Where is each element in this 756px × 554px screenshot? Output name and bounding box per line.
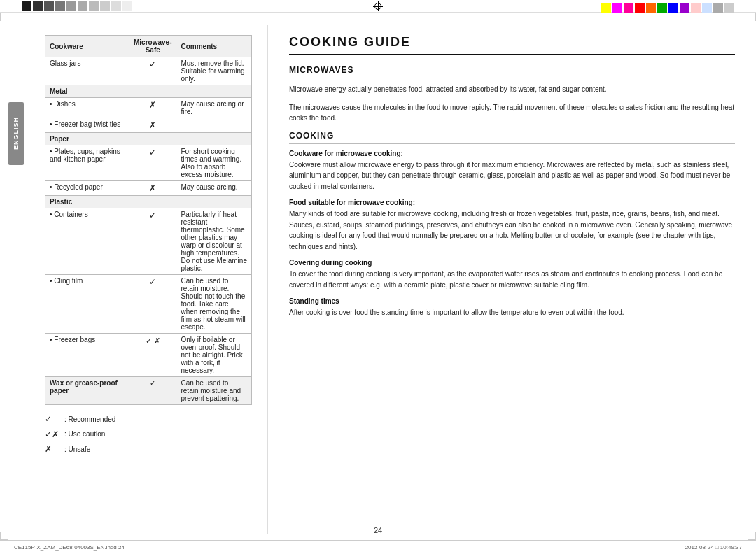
table-row: Metal xyxy=(46,85,252,98)
main-content: ENGLISH Cookware Microwave-Safe Comments… xyxy=(0,25,756,534)
color-swatch xyxy=(78,1,88,11)
comment-cell: Can be used to retain moisture. Should n… xyxy=(176,275,252,334)
safe-cell: ✓ xyxy=(130,145,176,181)
center-crosshair xyxy=(373,1,383,11)
table-row: • Containers✓Particularly if heat-resist… xyxy=(46,208,252,275)
table-row: • Recycled paper✗May cause arcing. xyxy=(46,181,252,196)
col-header-safe: Microwave-Safe xyxy=(130,36,176,57)
left-panel: Cookware Microwave-Safe Comments Glass j… xyxy=(36,25,260,534)
color-swatch xyxy=(601,3,611,13)
section-paragraph: Microwave energy actually penetrates foo… xyxy=(289,84,735,95)
section-title: COOKING xyxy=(289,131,735,141)
table-row: • Freezer bag twist ties✗ xyxy=(46,118,252,133)
color-swatch xyxy=(624,3,634,13)
section-title: MICROWAVES xyxy=(289,65,735,75)
table-row: Paper xyxy=(46,133,252,145)
subsection-title: Food suitable for microwave cooking: xyxy=(289,199,735,206)
safe-cell: ✗ xyxy=(130,118,176,133)
safe-cell: ✓ ✗ xyxy=(130,334,176,377)
safe-cell: ✓ xyxy=(130,57,176,85)
color-swatch xyxy=(100,1,110,11)
section-paragraph: The microwaves cause the molecules in th… xyxy=(289,102,735,124)
subsection-text: To cover the food during cooking is very… xyxy=(289,269,735,290)
safe-cell: ✗ xyxy=(130,181,176,196)
footer-right: 2012-08-24 □ 10:49:37 xyxy=(685,544,742,551)
footer-left: CE115P-X_ZAM_DE68-04003S_EN.indd 24 xyxy=(14,544,125,551)
color-swatch xyxy=(635,3,645,13)
table-row: Glass jars✓Must remove the lid. Suitable… xyxy=(46,57,252,85)
safe-cell: ✓ xyxy=(130,377,176,405)
guide-title: COOKING GUIDE xyxy=(289,35,735,50)
legend-text: : Recommended xyxy=(64,413,115,426)
comment-cell xyxy=(176,118,252,133)
legend-text: : Unsafe xyxy=(64,443,90,456)
table-row: • Cling film✓Can be used to retain moist… xyxy=(46,275,252,334)
comment-cell: Particularly if heat-resistant thermopla… xyxy=(176,208,252,275)
category-header: Metal xyxy=(46,85,252,98)
color-swatch xyxy=(111,1,121,11)
corner-mark-tl xyxy=(0,13,8,21)
comment-cell: For short cooking times and warming. Als… xyxy=(176,145,252,181)
cookware-cell: • Plates, cups, napkins and kitchen pape… xyxy=(46,145,130,181)
cookware-cell: • Containers xyxy=(46,208,130,275)
comment-cell: May cause arcing. xyxy=(176,181,252,196)
subsection-text: After cooking is over food the standing … xyxy=(289,307,735,318)
comment-cell: Only if boilable or oven-proof. Should n… xyxy=(176,334,252,377)
legend: ✓: Recommended✓✗: Use caution✗: Unsafe xyxy=(45,412,252,457)
section-line xyxy=(289,143,735,144)
cookware-cell: • Freezer bags xyxy=(46,334,130,377)
col-header-cookware: Cookware xyxy=(46,36,130,57)
color-swatch xyxy=(89,1,99,11)
top-bar xyxy=(0,0,756,13)
safe-cell: ✗ xyxy=(130,98,176,118)
cookware-table: Cookware Microwave-Safe Comments Glass j… xyxy=(45,35,252,405)
color-swatch xyxy=(702,3,712,13)
table-row: • Plates, cups, napkins and kitchen pape… xyxy=(46,145,252,181)
color-swatch xyxy=(134,1,144,11)
corner-mark-tr xyxy=(748,13,756,21)
subsection-text: Cookware must allow microwave energy to … xyxy=(289,159,735,192)
color-swatch xyxy=(657,3,667,13)
safe-cell: ✓ xyxy=(130,275,176,334)
table-row: • Dishes✗May cause arcing or fire. xyxy=(46,98,252,118)
color-swatch xyxy=(680,3,690,13)
legend-text: : Use caution xyxy=(64,428,105,441)
subsection-title: Covering during cooking xyxy=(289,259,735,267)
crosshair-icon xyxy=(373,1,383,11)
page-number: 24 xyxy=(374,526,382,534)
legend-item: ✓✗: Use caution xyxy=(45,427,252,443)
table-row: • Freezer bags✓ ✗Only if boilable or ove… xyxy=(46,334,252,377)
category-cell: Wax or grease-proof paper xyxy=(46,377,130,405)
guide-sections: MICROWAVESMicrowave energy actually pene… xyxy=(289,65,735,318)
bottom-bar: CE115P-X_ZAM_DE68-04003S_EN.indd 24 2012… xyxy=(0,540,756,554)
cookware-cell: • Dishes xyxy=(46,98,130,118)
category-header: Plastic xyxy=(46,196,252,208)
english-tab: ENGLISH xyxy=(8,102,24,165)
legend-symbol: ✗ xyxy=(45,442,60,457)
table-row: Plastic xyxy=(46,196,252,208)
color-swatch xyxy=(44,1,54,11)
corner-mark-bl xyxy=(0,532,8,540)
col-header-comments: Comments xyxy=(176,36,252,57)
color-swatch xyxy=(22,1,31,11)
cookware-cell: • Recycled paper xyxy=(46,181,130,196)
color-swatch xyxy=(612,3,622,13)
safe-cell: ✓ xyxy=(130,208,176,275)
color-swatch xyxy=(668,3,678,13)
subsection-text: Many kinds of food are suitable for micr… xyxy=(289,208,735,252)
left-swatches xyxy=(21,0,144,13)
section-line xyxy=(289,78,735,78)
corner-mark-br xyxy=(748,532,756,540)
legend-item: ✗: Unsafe xyxy=(45,442,252,457)
cookware-cell: • Cling film xyxy=(46,275,130,334)
legend-symbol: ✓✗ xyxy=(45,427,60,443)
color-swatch xyxy=(55,1,65,11)
legend-symbol: ✓ xyxy=(45,412,60,427)
color-swatch xyxy=(33,1,43,11)
comment-cell: May cause arcing or fire. xyxy=(176,98,252,118)
color-swatch xyxy=(691,3,701,13)
color-swatch xyxy=(122,1,132,11)
right-swatches xyxy=(601,1,735,14)
guide-title-line xyxy=(289,54,735,55)
color-swatch xyxy=(66,1,76,11)
